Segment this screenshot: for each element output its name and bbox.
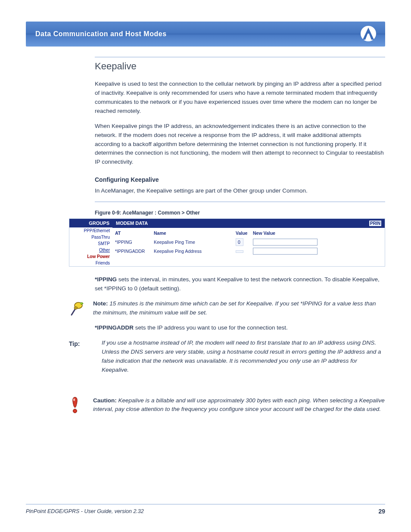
footer-title: PinPoint EDGE/GPRS - User Guide, version… [26, 508, 144, 514]
acemanager-screenshot: GROUPS PPP/Ethernet PassThru SMTP Other … [69, 218, 385, 267]
modem-data-header: MODEM DATA PRIN [112, 219, 385, 228]
page-header: Data Communication and Host Modes [26, 22, 385, 47]
tip-label: Tip: [69, 339, 95, 347]
group-item[interactable]: PPP/Ethernet [69, 227, 112, 234]
print-button[interactable]: PRIN [369, 221, 381, 226]
groups-list: PPP/Ethernet PassThru SMTP Other Low Pow… [69, 227, 112, 266]
config-heading: Configuring Keepalive [95, 176, 385, 183]
divider [95, 202, 385, 202]
figure-caption: Figure 0-9: AceManager : Common > Other [95, 210, 385, 216]
caution-text: Keepalive is a billable and will use app… [93, 397, 385, 413]
intro-paragraph-2: When Keepalive pings the IP address, an … [95, 122, 385, 167]
settings-table: AT Name Value New Value *IPPING Keepaliv… [112, 228, 385, 255]
col-name: Name [151, 228, 233, 237]
caution-label: Caution: [93, 397, 117, 404]
svg-point-3 [73, 409, 77, 413]
config-body: In AceManager, the Keepalive settings ar… [95, 187, 385, 196]
value-cell [236, 250, 243, 253]
page-footer: PinPoint EDGE/GPRS - User Guide, version… [26, 504, 385, 515]
tip-text: If you use a hostname instead of IP, the… [102, 339, 381, 373]
group-item-other[interactable]: Other [69, 247, 112, 253]
col-at: AT [112, 228, 151, 237]
note-block: Note: 15 minutes is the minimum time whi… [69, 299, 385, 317]
svg-point-4 [73, 398, 75, 401]
name-cell: Keepalive Ping Address [154, 249, 202, 254]
ippingaddr-paragraph: *IPPINGADDR sets the IP address you want… [95, 324, 385, 333]
brand-logo [359, 26, 377, 44]
modem-data-panel: MODEM DATA PRIN AT Name Value New Value … [112, 219, 385, 266]
divider [95, 57, 385, 57]
svg-point-2 [74, 307, 78, 309]
caution-icon [69, 396, 86, 414]
group-item-lowpower[interactable]: Low Power [69, 253, 112, 260]
page-header-title: Data Communication and Host Modes [35, 30, 167, 38]
table-row: *IPPINGADDR Keepalive Ping Address [112, 247, 385, 255]
at-cell: *IPPINGADDR [115, 249, 145, 254]
ipping-text: sets the interval, in minutes, you want … [95, 276, 380, 292]
section-title: Keepalive [95, 61, 385, 72]
caution-block: Caution: Keepalive is a billable and wil… [69, 396, 385, 414]
tip-block: Tip: If you use a hostname instead of IP… [69, 339, 385, 375]
pushpin-icon [69, 299, 86, 317]
content-area: Keepalive Keepalive is used to test the … [95, 57, 385, 414]
col-value: Value [233, 228, 250, 237]
at-cell: *IPPING [115, 240, 132, 245]
group-item[interactable]: Friends [69, 260, 112, 266]
ipping-heading: *IPPING [95, 276, 117, 283]
intro-paragraph-1: Keepalive is used to test the connection… [95, 80, 385, 116]
page-number: 29 [378, 508, 385, 515]
groups-header: GROUPS [69, 219, 112, 227]
note-body: Note: 15 minutes is the minimum time whi… [93, 299, 385, 317]
col-new-value: New Value [250, 228, 385, 237]
table-row: *IPPING Keepalive Ping Time 0 [112, 237, 385, 247]
group-item[interactable]: SMTP [69, 240, 112, 247]
ippingaddr-text: sets the IP address you want to use for … [134, 324, 288, 331]
value-cell: 0 [236, 238, 243, 246]
ipping-paragraph: *IPPING sets the interval, in minutes, y… [95, 275, 385, 293]
new-value-input[interactable] [253, 248, 318, 255]
caution-body: Caution: Keepalive is a billable and wil… [93, 396, 385, 414]
note-text: 15 minutes is the minimum time which can… [93, 300, 376, 316]
name-cell: Keepalive Ping Time [154, 240, 195, 245]
new-value-input[interactable] [253, 239, 318, 246]
modem-data-title: MODEM DATA [116, 221, 148, 226]
tip-body: If you use a hostname instead of IP, the… [102, 339, 385, 375]
group-item[interactable]: PassThru [69, 234, 112, 240]
note-label: Note: [93, 300, 108, 307]
groups-panel: GROUPS PPP/Ethernet PassThru SMTP Other … [69, 219, 112, 266]
ippingaddr-heading: *IPPINGADDR [95, 324, 134, 331]
